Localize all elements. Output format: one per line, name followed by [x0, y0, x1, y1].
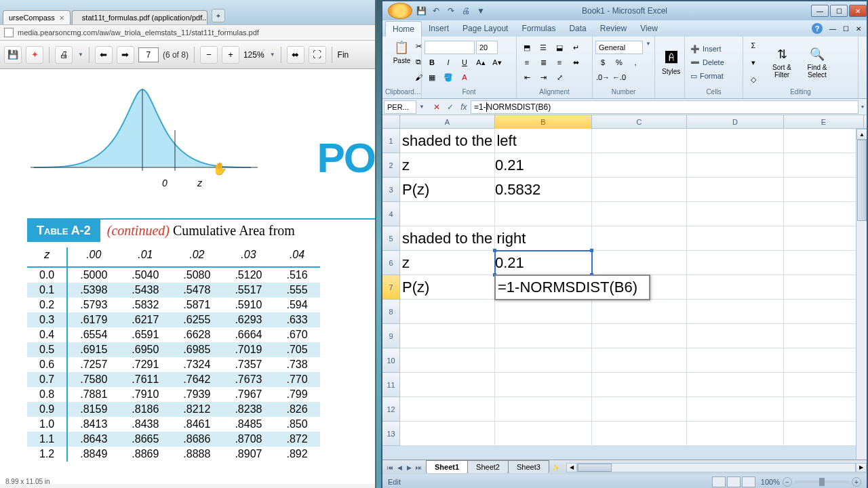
cell[interactable]	[495, 373, 592, 397]
enter-edit-icon[interactable]: ✓	[443, 100, 457, 114]
font-size-input[interactable]	[476, 41, 498, 54]
cell[interactable]	[687, 275, 784, 300]
row-header-10[interactable]: 10	[382, 348, 400, 373]
cell[interactable]	[592, 373, 687, 397]
cell-A3[interactable]: P(z)	[400, 178, 495, 202]
horizontal-scrollbar[interactable]: ◀ ▶	[566, 462, 867, 473]
row-header-13[interactable]: 13	[382, 422, 400, 446]
prev-page-icon[interactable]: ⬅	[95, 46, 113, 64]
styles-button[interactable]: 🅰 Styles	[658, 49, 684, 77]
find-label[interactable]: Fin	[338, 50, 349, 60]
col-header-C[interactable]: C	[592, 115, 687, 129]
cell[interactable]	[495, 348, 592, 373]
cell[interactable]	[687, 373, 784, 397]
cell-A7[interactable]: P(z)	[400, 275, 495, 300]
align-middle-icon[interactable]: ☰	[536, 41, 551, 54]
autosum-icon[interactable]: Σ	[746, 39, 761, 52]
fill-color-icon[interactable]: 🪣	[441, 70, 456, 84]
cell[interactable]	[495, 397, 592, 422]
cell[interactable]	[495, 300, 592, 324]
clear-icon[interactable]: ◇	[746, 73, 761, 86]
cell[interactable]	[784, 202, 864, 226]
insert-cells-button[interactable]: ➕Insert	[688, 44, 727, 54]
cell[interactable]	[687, 348, 784, 373]
last-sheet-icon[interactable]: ⏭	[414, 462, 423, 473]
format-cells-button[interactable]: ▭Format	[688, 71, 727, 81]
col-header-D[interactable]: D	[687, 115, 784, 129]
row-header-11[interactable]: 11	[382, 373, 400, 397]
redo-icon[interactable]: ↷	[445, 5, 457, 17]
cell[interactable]	[687, 202, 784, 226]
zoom-in-button[interactable]: +	[852, 477, 861, 487]
row-header-7[interactable]: 7	[382, 275, 400, 300]
worksheet-grid[interactable]: ABCDE 12345678910111213 shaded to the le…	[382, 115, 867, 460]
scroll-thumb[interactable]	[857, 140, 867, 221]
mdi-close-icon[interactable]: ✕	[856, 25, 861, 33]
cell[interactable]	[400, 373, 495, 397]
zoom-percent[interactable]: 100%	[761, 478, 780, 486]
sheet-tab-sheet1[interactable]: Sheet1	[426, 460, 468, 473]
cancel-edit-icon[interactable]: ✕	[430, 100, 443, 114]
close-button[interactable]: ✕	[849, 5, 867, 17]
cell[interactable]	[592, 129, 687, 153]
col-header-A[interactable]: A	[400, 115, 495, 129]
cell[interactable]	[400, 202, 495, 226]
cell[interactable]	[495, 324, 592, 348]
scroll-up-icon[interactable]: ▲	[856, 129, 867, 140]
mdi-restore-icon[interactable]: ☐	[843, 25, 849, 33]
cell[interactable]	[784, 251, 864, 275]
orientation-icon[interactable]: ⤢	[552, 70, 567, 84]
next-sheet-icon[interactable]: ▶	[404, 462, 414, 473]
cell[interactable]	[687, 178, 784, 202]
close-icon[interactable]: ✕	[59, 14, 64, 22]
view-break-icon[interactable]	[742, 476, 755, 487]
cell[interactable]	[495, 202, 592, 226]
zoom-slider-thumb[interactable]	[819, 478, 825, 486]
undo-icon[interactable]: ↶	[430, 5, 442, 17]
cell[interactable]	[784, 129, 864, 153]
cell[interactable]	[687, 397, 784, 422]
zoom-slider[interactable]	[795, 481, 849, 483]
expand-formula-bar-icon[interactable]: ▾	[859, 104, 867, 110]
cell[interactable]	[592, 202, 687, 226]
copy-icon[interactable]: ⧉	[411, 55, 426, 68]
merge-icon[interactable]: ⬌	[568, 56, 583, 69]
increase-decimal-icon[interactable]: .0→	[595, 70, 610, 84]
minimize-button[interactable]: —	[811, 5, 829, 17]
print-icon[interactable]: 🖨	[55, 46, 73, 64]
adobe-icon[interactable]: ✦	[26, 46, 43, 64]
delete-cells-button[interactable]: ➖Delete	[688, 58, 727, 68]
number-format-select[interactable]	[595, 41, 643, 54]
zoom-out-icon[interactable]: −	[200, 46, 218, 64]
next-page-icon[interactable]: ➡	[117, 46, 134, 64]
cell-A6[interactable]: z	[400, 251, 495, 275]
font-color-icon[interactable]: A	[457, 70, 472, 84]
formula-input[interactable]: =1-NORMSDIST(B6)	[471, 100, 859, 114]
row-header-3[interactable]: 3	[382, 178, 400, 202]
cell[interactable]	[687, 300, 784, 324]
cell[interactable]	[592, 300, 687, 324]
mdi-minimize-icon[interactable]: —	[829, 25, 836, 33]
scroll-right-icon[interactable]: ▶	[856, 463, 867, 472]
print-icon[interactable]: 🖨	[460, 5, 472, 17]
format-painter-icon[interactable]: 🖌	[411, 70, 426, 84]
select-all-corner[interactable]	[382, 115, 400, 128]
cut-icon[interactable]: ✂	[411, 39, 426, 53]
ribbon-tab-data[interactable]: Data	[562, 21, 593, 36]
find-select-button[interactable]: 🔍 Find & Select	[800, 45, 834, 80]
zoom-out-button[interactable]: −	[783, 477, 792, 487]
new-sheet-icon[interactable]: ✨	[551, 462, 561, 473]
cell[interactable]	[592, 324, 687, 348]
grow-font-icon[interactable]: A▴	[473, 56, 488, 69]
cell[interactable]	[687, 251, 784, 275]
save-icon[interactable]: 💾	[415, 5, 427, 17]
ribbon-tab-review[interactable]: Review	[593, 21, 633, 36]
percent-icon[interactable]: %	[612, 56, 627, 69]
row-header-1[interactable]: 1	[382, 129, 400, 153]
name-box[interactable]: PER...	[384, 100, 416, 114]
row-header-12[interactable]: 12	[382, 397, 400, 422]
cell[interactable]	[400, 348, 495, 373]
row-header-8[interactable]: 8	[382, 300, 400, 324]
row-header-5[interactable]: 5	[382, 226, 400, 251]
browser-tab-2[interactable]: stat11t_formulas.pdf (application/pdf...…	[72, 10, 208, 24]
